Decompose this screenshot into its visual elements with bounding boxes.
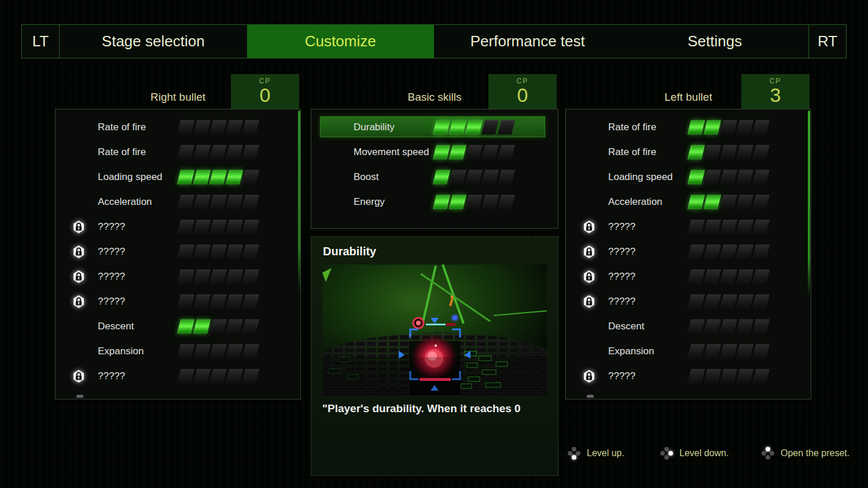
skill-row-durability[interactable]: Durability [311, 115, 558, 140]
right-bumper-rt[interactable]: RT [808, 25, 846, 58]
skill-level-bar [179, 244, 258, 259]
cp-counter: CP 0 [231, 74, 299, 109]
lock-icon [72, 270, 85, 284]
skill-row-energy[interactable]: Energy [311, 189, 558, 214]
hint-label: Open the preset. [781, 448, 849, 458]
skill-row-expansion[interactable]: Expansion [566, 339, 811, 364]
level-segment-empty [193, 269, 211, 284]
skill-row-[interactable]: ????? [566, 239, 811, 264]
skill-label: Loading speed [608, 171, 673, 183]
level-segment-empty [193, 195, 211, 209]
level-segment-empty [498, 120, 515, 134]
skill-row-rate-of-fire[interactable]: Rate of fire [56, 115, 300, 140]
tab-customize[interactable]: Customize [247, 25, 435, 58]
skill-row-[interactable]: ????? [56, 364, 300, 388]
level-segment-empty [209, 369, 227, 383]
skill-row-rate-of-fire[interactable]: Rate of fire [566, 140, 811, 164]
level-segment-empty [177, 294, 194, 309]
level-segment-empty [177, 244, 194, 259]
skill-label: ????? [608, 221, 635, 233]
skill-level-bar [179, 294, 258, 309]
skill-row-rate-of-fire[interactable]: Rate of fire [566, 115, 811, 140]
skill-row-[interactable]: ????? [56, 214, 300, 239]
skill-row-[interactable]: ????? [566, 364, 811, 388]
level-segment-empty [498, 145, 515, 159]
skill-level-bar [435, 195, 513, 209]
level-segment-empty [177, 219, 194, 234]
hint-open-preset[interactable]: Open the preset. [762, 446, 849, 461]
level-segment-empty [704, 219, 721, 234]
level-segment-empty [720, 244, 737, 259]
skill-row-acceleration[interactable]: Acceleration [56, 189, 300, 214]
level-segment-empty [209, 145, 227, 159]
lock-icon [583, 295, 595, 309]
skill-label: Movement speed [354, 146, 429, 158]
level-segment-empty [687, 294, 705, 309]
skill-level-bar [179, 319, 258, 333]
skill-row-descent[interactable]: Descent [56, 314, 300, 339]
skill-row-descent[interactable]: Descent [566, 314, 811, 339]
customize-screen: LT Stage selection Customize Performance… [0, 0, 868, 488]
skill-label: ????? [608, 296, 635, 307]
level-segment-empty [687, 344, 705, 358]
lock-icon [72, 245, 85, 259]
skill-row-loading-speed[interactable]: Loading speed [566, 164, 811, 189]
skill-row-loading-speed[interactable]: Loading speed [56, 164, 300, 189]
tab-performance-test[interactable]: Performance test [434, 25, 621, 58]
skill-row-[interactable]: ????? [566, 214, 811, 239]
level-segment-empty [242, 145, 259, 159]
tab-stage-selection[interactable]: Stage selection [60, 25, 247, 58]
cp-value: 0 [488, 85, 557, 105]
level-segment-empty [752, 294, 770, 309]
level-segment-empty [704, 170, 721, 184]
skill-level-bar [689, 294, 768, 309]
level-segment-empty [465, 145, 483, 159]
skill-level-bar [435, 170, 513, 184]
level-segment-empty [226, 269, 243, 284]
skill-row-[interactable]: ????? [56, 289, 300, 314]
level-segment-empty [720, 319, 737, 333]
skill-row-expansion[interactable]: Expansion [56, 339, 300, 364]
next-row-peek [587, 395, 594, 398]
skill-level-bar [689, 369, 768, 383]
skill-row-[interactable]: ????? [56, 264, 300, 289]
level-segment-empty [498, 195, 515, 209]
level-segment-empty [704, 244, 721, 259]
level-segment-empty [481, 145, 499, 159]
level-segment-empty [704, 344, 721, 358]
level-segment-empty [465, 195, 483, 209]
skill-row-movement-speed[interactable]: Movement speed [311, 140, 558, 164]
level-segment-filled [465, 120, 483, 134]
skill-row-[interactable]: ????? [56, 239, 300, 264]
top-nav: LT Stage selection Customize Performance… [21, 24, 847, 58]
skill-row-boost[interactable]: Boost [311, 164, 558, 189]
skill-level-bar [435, 145, 513, 159]
skill-level-bar [689, 170, 768, 184]
level-segment-filled [433, 145, 450, 159]
level-segment-empty [242, 319, 259, 333]
skill-level-bar [179, 120, 258, 134]
skill-row-[interactable]: ????? [566, 264, 811, 289]
level-segment-filled [193, 170, 211, 184]
cp-counter: CP 0 [488, 74, 557, 109]
level-segment-empty [720, 170, 737, 184]
hint-level-up[interactable]: Level up. [568, 446, 624, 461]
level-segment-empty [465, 170, 483, 184]
level-segment-empty [177, 145, 194, 159]
hint-level-down[interactable]: Level down. [660, 446, 729, 461]
skill-label: Expansion [98, 346, 144, 357]
level-segment-filled [687, 145, 705, 159]
skill-row-rate-of-fire[interactable]: Rate of fire [56, 140, 300, 164]
skill-row-acceleration[interactable]: Acceleration [566, 189, 811, 214]
left-bullet-header: Left bullet CP 3 [565, 74, 811, 109]
level-segment-empty [704, 145, 721, 159]
level-segment-empty [736, 219, 753, 234]
skill-row-[interactable]: ????? [566, 289, 811, 314]
level-segment-empty [226, 145, 243, 159]
tab-settings[interactable]: Settings [621, 25, 809, 58]
skill-detail-title: Durability [323, 245, 376, 258]
right-bullet-header: Right bullet CP 0 [55, 74, 301, 109]
left-bumper-lt[interactable]: LT [22, 25, 60, 58]
level-segment-empty [736, 244, 753, 259]
cp-counter: CP 3 [741, 74, 810, 109]
